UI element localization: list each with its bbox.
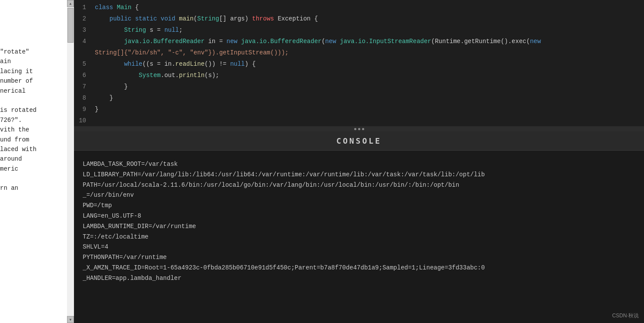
- line-content-2: public static void main(String[] args) t…: [91, 13, 318, 24]
- line-content-6: System.out.println(s);: [91, 70, 219, 81]
- code-editor: 1 class Main { 2 public static void main…: [74, 0, 644, 126]
- sidebar-scrollbar-thumb[interactable]: [67, 8, 74, 43]
- line-content-1: class Main {: [91, 2, 139, 13]
- line-content-9: }: [91, 104, 98, 115]
- line-number-6: 6: [74, 70, 91, 81]
- code-line-5: 5 while((s = in.readLine()) != null) {: [74, 58, 644, 70]
- code-line-8: 8 }: [74, 92, 644, 104]
- code-line-2: 2 public static void main(String[] args)…: [74, 13, 644, 24]
- console-line-12: _HANDLER=app.lambda_handler: [83, 273, 635, 284]
- sidebar-line-14: [0, 174, 66, 183]
- line-number-9: 9: [74, 104, 91, 115]
- sidebar-line-3: lacing it: [0, 67, 66, 76]
- sidebar-text-content: "rotate" ain lacing it number of nerical…: [0, 44, 74, 197]
- console-title: CONSOLE: [336, 136, 382, 145]
- line-number-3: 3: [74, 24, 91, 36]
- sidebar-line-12: around: [0, 154, 66, 164]
- console-line-10: PYTHONPATH=/var/runtime: [83, 252, 635, 263]
- scroll-up-button[interactable]: ▲: [67, 0, 74, 7]
- line-number-4: 4: [74, 36, 91, 47]
- code-line-3: 3 String s = null;: [74, 24, 644, 36]
- sidebar-line-8: 726?".: [0, 115, 66, 125]
- console-line-5: PWD=/tmp: [83, 201, 635, 211]
- code-line-10: 10: [74, 115, 644, 126]
- line-content-5: while((s = in.readLine()) != null) {: [91, 58, 256, 70]
- console-header: CONSOLE: [74, 131, 644, 151]
- sidebar-scrollbar[interactable]: [67, 7, 74, 316]
- sidebar: ▲ "rotate" ain lacing it number of neric…: [0, 0, 74, 323]
- divider-dot-2: [358, 128, 360, 130]
- main-content: 1 class Main { 2 public static void main…: [74, 0, 644, 323]
- sidebar-line-6: [0, 96, 66, 105]
- code-line-1: 1 class Main {: [74, 2, 644, 13]
- line-content-8: }: [91, 92, 113, 104]
- sidebar-line-11: laced with: [0, 145, 66, 154]
- line-number-7: 7: [74, 81, 91, 92]
- code-line-4: 4 java.io.BufferedReader in = new java.i…: [74, 36, 644, 58]
- sidebar-line-13: meric: [0, 164, 66, 174]
- sidebar-line-4: number of: [0, 76, 66, 86]
- line-number-8: 8: [74, 92, 91, 104]
- divider-dot-1: [354, 128, 356, 130]
- console-line-2: LD_LIBRARY_PATH=/var/lang/lib:/lib64:/us…: [83, 170, 635, 180]
- console-line-3: PATH=/usr/local/scala-2.11.6/bin:/usr/lo…: [83, 180, 635, 191]
- console-line-8: TZ=:/etc/localtime: [83, 232, 635, 242]
- code-lines-container: 1 class Main { 2 public static void main…: [74, 0, 644, 126]
- code-line-7: 7 }: [74, 81, 644, 92]
- scroll-down-button[interactable]: ▼: [67, 316, 74, 323]
- console-line-11: _X_AMZN_TRACE_ID=Root=1-65a4923c-0fbda28…: [83, 263, 635, 273]
- sidebar-line-7: is rotated: [0, 105, 66, 115]
- console-line-7: LAMBDA_RUNTIME_DIR=/var/runtime: [83, 222, 635, 232]
- line-content-7: }: [91, 81, 128, 92]
- sidebar-line-9: vith the: [0, 125, 66, 135]
- sidebar-line-5: nerical: [0, 86, 66, 96]
- sidebar-line-10: und from: [0, 135, 66, 145]
- line-content-3: String s = null;: [91, 24, 183, 36]
- console-output[interactable]: LAMBDA_TASK_ROOT=/var/task LD_LIBRARY_PA…: [74, 151, 644, 323]
- sidebar-line-15: rn an: [0, 183, 66, 193]
- console-area: CONSOLE LAMBDA_TASK_ROOT=/var/task LD_LI…: [74, 131, 644, 323]
- code-line-9: 9 }: [74, 104, 644, 115]
- sidebar-line-2: ain: [0, 57, 66, 66]
- sidebar-line-1: "rotate": [0, 47, 66, 57]
- console-line-6: LANG=en_US.UTF-8: [83, 211, 635, 222]
- panel-divider[interactable]: [74, 126, 644, 131]
- line-number-1: 1: [74, 2, 91, 13]
- line-number-5: 5: [74, 58, 91, 70]
- console-line-1: LAMBDA_TASK_ROOT=/var/task: [83, 159, 635, 170]
- line-content-4: java.io.BufferedReader in = new java.io.…: [91, 36, 541, 58]
- divider-dot-3: [362, 128, 364, 130]
- code-line-6: 6 System.out.println(s);: [74, 70, 644, 81]
- console-line-4: _=/usr/bin/env: [83, 190, 635, 201]
- line-number-10: 10: [74, 115, 91, 126]
- console-line-9: SHLVL=4: [83, 242, 635, 252]
- line-number-2: 2: [74, 13, 91, 24]
- watermark: CSDN·秋说: [612, 312, 639, 320]
